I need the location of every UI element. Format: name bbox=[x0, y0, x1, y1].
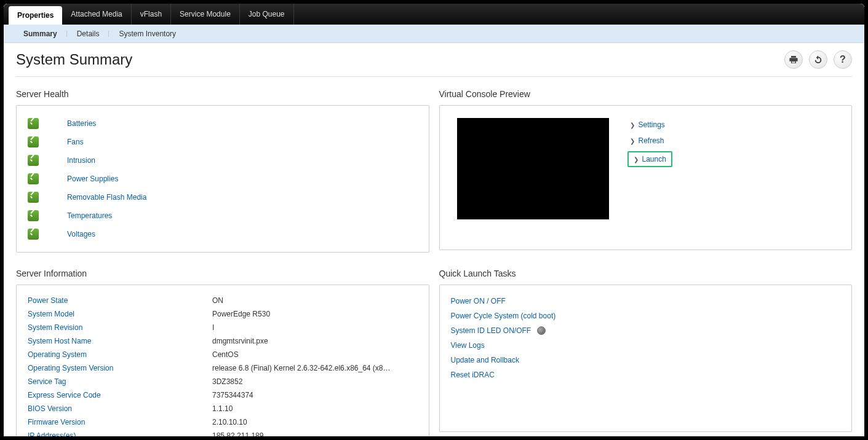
ql-system-id-led-link[interactable]: System ID LED ON/OFF bbox=[451, 326, 532, 335]
health-link-voltages[interactable]: Voltages bbox=[67, 230, 95, 238]
info-row-os: Operating System CentOS bbox=[28, 348, 418, 361]
info-label[interactable]: BIOS Version bbox=[28, 404, 212, 413]
chevron-right-icon: ❯ bbox=[630, 138, 635, 144]
printer-icon bbox=[789, 55, 798, 65]
info-row-ip: IP Address(es) 185.82.211.189 bbox=[28, 429, 418, 436]
info-label[interactable]: Power State bbox=[28, 296, 212, 305]
help-icon: ? bbox=[840, 54, 846, 65]
page-title: System Summary bbox=[16, 51, 132, 68]
tab-vflash[interactable]: vFlash bbox=[132, 4, 171, 25]
info-label[interactable]: Firmware Version bbox=[28, 418, 212, 426]
ql-power-link[interactable]: Power ON / OFF bbox=[451, 297, 506, 305]
refresh-icon bbox=[813, 55, 823, 65]
info-row-express-code: Express Service Code 7375344374 bbox=[28, 388, 418, 402]
tab-properties[interactable]: Properties bbox=[9, 6, 62, 25]
health-link-power-supplies[interactable]: Power Supplies bbox=[67, 175, 118, 183]
refresh-button[interactable] bbox=[809, 50, 827, 69]
info-value: 3DZ3852 bbox=[212, 377, 242, 386]
virtual-console-heading: Virtual Console Preview bbox=[439, 89, 853, 99]
info-row-bios: BIOS Version 1.1.10 bbox=[28, 402, 418, 415]
quick-launch-panel: Power ON / OFF Power Cycle System (cold … bbox=[439, 285, 853, 432]
ql-reset-idrac-link[interactable]: Reset iDRAC bbox=[451, 371, 495, 379]
info-row-firmware: Firmware Version 2.10.10.10 bbox=[28, 415, 418, 429]
status-ok-icon bbox=[28, 173, 39, 184]
health-link-intrusion[interactable]: Intrusion bbox=[67, 156, 95, 165]
info-value: PowerEdge R530 bbox=[212, 310, 270, 318]
console-refresh-label: Refresh bbox=[639, 136, 664, 145]
info-value: ON bbox=[212, 296, 223, 305]
help-button[interactable]: ? bbox=[834, 50, 852, 69]
health-link-removable-flash[interactable]: Removable Flash Media bbox=[67, 193, 146, 202]
server-health-heading: Server Health bbox=[16, 89, 429, 99]
tab-job-queue[interactable]: Job Queue bbox=[240, 4, 294, 25]
info-row-os-version: Operating System Version release 6.8 (Fi… bbox=[28, 361, 418, 375]
console-launch-label: Launch bbox=[642, 155, 666, 163]
console-launch-link[interactable]: ❯ Launch bbox=[627, 151, 672, 167]
tab-attached-media[interactable]: Attached Media bbox=[62, 4, 131, 25]
health-item-intrusion: Intrusion bbox=[28, 151, 418, 170]
info-label[interactable]: Express Service Code bbox=[28, 391, 212, 399]
server-health-panel: Batteries Fans Intrusion Power Supplies bbox=[16, 105, 429, 253]
info-value: 1.1.10 bbox=[212, 404, 233, 413]
info-value: 2.10.10.10 bbox=[212, 418, 247, 426]
status-ok-icon bbox=[28, 118, 39, 129]
ql-power-cycle-link[interactable]: Power Cycle System (cold boot) bbox=[451, 312, 556, 320]
info-value: dmgmtsrvinit.pxe bbox=[212, 337, 268, 345]
console-settings-link[interactable]: ❯ Settings bbox=[627, 119, 672, 130]
virtual-console-panel: ❯ Settings ❯ Refresh ❯ Launch bbox=[439, 105, 853, 250]
server-info-heading: Server Information bbox=[16, 269, 429, 278]
console-refresh-link[interactable]: ❯ Refresh bbox=[627, 135, 672, 146]
info-row-power-state: Power State ON bbox=[28, 294, 418, 307]
ql-view-logs-link[interactable]: View Logs bbox=[451, 341, 485, 350]
status-ok-icon bbox=[28, 155, 39, 166]
info-row-service-tag: Service Tag 3DZ3852 bbox=[28, 375, 418, 388]
info-label[interactable]: System Revision bbox=[28, 323, 212, 332]
quick-launch-heading: Quick Launch Tasks bbox=[439, 269, 853, 278]
info-value: CentOS bbox=[212, 350, 239, 359]
info-value: I bbox=[212, 323, 214, 332]
chevron-right-icon: ❯ bbox=[634, 156, 639, 163]
health-item-voltages: Voltages bbox=[28, 225, 418, 243]
info-label[interactable]: System Host Name bbox=[28, 337, 212, 345]
health-link-batteries[interactable]: Batteries bbox=[67, 119, 96, 128]
info-value: 7375344374 bbox=[212, 391, 253, 399]
info-label[interactable]: System Model bbox=[28, 310, 212, 318]
info-row-host-name: System Host Name dmgmtsrvinit.pxe bbox=[28, 334, 418, 348]
info-label[interactable]: Operating System Version bbox=[28, 364, 212, 372]
subtab-system-inventory[interactable]: System Inventory bbox=[109, 29, 186, 38]
server-info-panel: Power State ON System Model PowerEdge R5… bbox=[16, 285, 429, 436]
console-settings-label: Settings bbox=[639, 120, 665, 129]
health-item-batteries: Batteries bbox=[28, 114, 418, 133]
subtab-details[interactable]: Details bbox=[67, 29, 109, 38]
led-indicator-icon bbox=[537, 326, 546, 335]
status-ok-icon bbox=[28, 136, 39, 147]
health-link-temperatures[interactable]: Temperatures bbox=[67, 211, 112, 220]
status-ok-icon bbox=[28, 210, 39, 221]
info-label[interactable]: Service Tag bbox=[28, 377, 212, 386]
ql-update-rollback-link[interactable]: Update and Rollback bbox=[451, 356, 519, 364]
info-label[interactable]: Operating System bbox=[28, 350, 212, 359]
secondary-tab-bar: Summary Details System Inventory bbox=[4, 25, 864, 43]
tab-service-module[interactable]: Service Module bbox=[171, 4, 240, 25]
print-button[interactable] bbox=[784, 50, 803, 69]
status-ok-icon bbox=[28, 229, 39, 240]
info-row-system-model: System Model PowerEdge R530 bbox=[28, 307, 418, 321]
chevron-right-icon: ❯ bbox=[630, 122, 635, 128]
info-label[interactable]: IP Address(es) bbox=[28, 431, 212, 436]
info-value: release 6.8 (Final) Kernel 2.6.32-642.el… bbox=[212, 364, 391, 372]
health-item-removable-flash: Removable Flash Media bbox=[28, 188, 418, 206]
info-row-system-revision: System Revision I bbox=[28, 321, 418, 334]
primary-tab-bar: Properties Attached Media vFlash Service… bbox=[4, 4, 864, 25]
subtab-summary[interactable]: Summary bbox=[14, 29, 67, 38]
title-actions: ? bbox=[784, 50, 852, 69]
health-item-fans: Fans bbox=[28, 133, 418, 151]
health-item-temperatures: Temperatures bbox=[28, 206, 418, 225]
console-preview-thumbnail[interactable] bbox=[457, 118, 609, 219]
health-item-power-supplies: Power Supplies bbox=[28, 170, 418, 188]
status-ok-icon bbox=[28, 192, 39, 203]
health-link-fans[interactable]: Fans bbox=[67, 138, 84, 146]
info-value: 185.82.211.189 bbox=[212, 431, 263, 436]
